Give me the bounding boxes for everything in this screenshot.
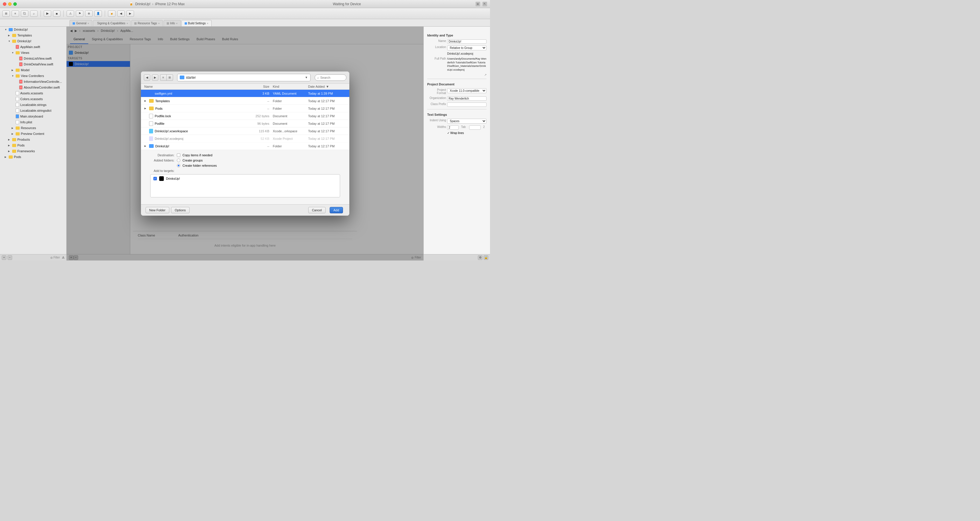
dialog-back-btn[interactable]: ◀ [144,74,150,81]
sidebar-item-model[interactable]: ▶ Model [0,67,66,73]
sidebar-item-drinksup-inner[interactable]: ▼ DrinksUp! [0,38,66,44]
cancel-button[interactable]: Cancel [308,207,326,213]
col-size[interactable]: Size [246,85,269,88]
content-area: ◀ ▶ › xcassets › DrinksUp! › AppMa... Ge… [67,27,423,260]
tab-close-xcodeproj[interactable]: × [207,22,208,25]
file-row-drinksup-folder[interactable]: ▶ DrinksUp! -- Folder Today at 12:17 PM [141,142,349,150]
sidebar-item-infovc[interactable]: S InformationViewControlle... [0,79,66,84]
file-row-pods-folder[interactable]: ▶ Pods -- Folder Today at 12:17 PM [141,105,349,112]
sidebar-item-viewcontrollers[interactable]: ▼ View Controllers [0,73,66,79]
tab-xcodeproj[interactable]: Build Settings × [181,20,212,26]
window-arrows-btn[interactable]: ⇱ [482,2,487,6]
dialog-search-box[interactable]: ⌕ [315,74,347,81]
add-button[interactable]: Add [330,207,343,213]
dialog-grid-view-btn[interactable]: ⊞ [167,74,173,81]
dialog-fwd-btn[interactable]: ▶ [152,74,158,81]
right-lock-btn[interactable]: 🔒 [484,255,488,260]
toolbar-nav-back[interactable]: ◀ [117,10,125,17]
options-button[interactable]: Options [171,207,189,213]
tab-assets[interactable]: Info × [164,20,181,26]
tab-close-info[interactable]: × [126,22,128,25]
sidebar-item-products[interactable]: ▶ Products [0,137,66,142]
create-folder-refs-radio[interactable] [177,164,180,167]
tab-info-controller[interactable]: Signing & Capabilities × [93,20,130,26]
sidebar-item-resources[interactable]: ▶ Resources [0,125,66,131]
dialog-folder-path[interactable]: starter ▼ [177,74,310,81]
target-checkbox-drinksup[interactable]: ✓ [153,177,157,180]
file-icon-xcodeproj [149,136,153,141]
sidebar-item-localizable-strings[interactable]: Localizable.strings [0,102,66,108]
class-prefix-input[interactable] [447,102,487,107]
toolbar-layers-btn[interactable]: ⊕ [85,10,92,17]
toolbar-grid-btn[interactable]: ⊞ [2,10,10,17]
toolbar-nav-fwd[interactable]: ▶ [126,10,134,17]
location-reveal-icon[interactable]: ↗ [484,73,487,76]
sidebar-item-main-storyboard[interactable]: Main.storyboard [0,113,66,119]
col-date[interactable]: Date Added ▼ [308,85,346,88]
sidebar-item-drinkslistview[interactable]: S DrinksListView.swift [0,56,66,61]
organization-input[interactable] [447,96,487,101]
dialog-list-view-btn[interactable]: ≡ [160,74,166,81]
indent-width-input[interactable] [469,125,481,130]
col-name[interactable]: Name [145,85,246,88]
folder-chevron-icon[interactable]: ▼ [305,76,308,79]
sidebar-item-localizable-stringsdict[interactable]: Localizable.stringsdict [0,108,66,113]
project-format-select[interactable]: Xcode 11.0-compatible [447,88,487,93]
file-row-templates[interactable]: ▶ Templates -- Folder Today at 12:17 PM [141,97,349,105]
file-row-swiftgen[interactable]: swiftgen.yml 3 KB YAML Document Today at… [141,90,349,97]
tab-width-input[interactable] [447,125,459,130]
create-groups-radio[interactable] [177,159,180,162]
file-row-xcodeproj[interactable]: DrinksUp!.xcodeproj 52 KB Xcode Project … [141,135,349,142]
close-button[interactable] [3,2,6,6]
toolbar-person-btn[interactable]: 👤 [94,10,102,17]
sidebar-item-drinksup-root[interactable]: ▼ DrinksUp! [0,27,66,32]
sidebar-item-pods-inner[interactable]: ▶ Pods [0,142,66,148]
sidebar-item-assets[interactable]: Assets.xcassets [0,90,66,96]
toolbar-scheme-btn[interactable]: 🍺 [108,10,116,17]
sidebar-item-drinkdetailview[interactable]: S DrinkDetailView.swift [0,61,66,67]
remove-file-button[interactable]: − [8,255,12,260]
file-icon-yaml [149,91,153,96]
right-settings-btn[interactable]: ⚙ [478,255,482,260]
toolbar-flag-btn[interactable]: ⚑ [76,10,83,17]
file-row-podfile[interactable]: Podfile 96 bytes Document Today at 12:17… [141,120,349,127]
sidebar-item-views[interactable]: ▼ Views [0,50,66,56]
indent-using-select[interactable]: Spaces [447,119,487,124]
toolbar-hierarchy-btn[interactable]: ⿻ [21,10,29,17]
add-file-button[interactable]: + [2,255,6,260]
file-row-workspace[interactable]: DrinksUp!.xcworkspace 115 KB Xcode...ork… [141,127,349,135]
maximize-button[interactable] [13,2,17,6]
sidebar-item-pods-root[interactable]: ▶ Pods [0,154,66,160]
folder-icon-vc [16,74,20,78]
window-tile-btn[interactable]: ⊞ [476,2,480,6]
sidebar-item-preview[interactable]: ▶ Preview Content [0,131,66,137]
file-icon-workspace [149,129,153,134]
disclosure-model: ▶ [11,69,14,72]
toolbar-search-btn[interactable]: ⌕ [30,10,38,17]
tab-main-storyboard[interactable]: General × [70,20,92,26]
sidebar-item-colors[interactable]: Colors.xcassets [0,96,66,102]
sidebar-item-frameworks[interactable]: ▶ Frameworks [0,148,66,154]
tab-fonts[interactable]: Resource Tags × [131,20,163,26]
tab-close-storyboard[interactable]: × [88,22,89,25]
name-input[interactable] [447,39,487,44]
new-folder-button[interactable]: New Folder [146,207,169,213]
file-row-podfile-lock[interactable]: Podfile.lock 252 bytes Document Today at… [141,112,349,120]
tab-close-fonts[interactable]: × [158,22,159,25]
indent-label-static: 2 [483,125,485,129]
minimize-button[interactable] [8,2,11,6]
run-button[interactable]: ▶ [44,10,51,17]
search-input[interactable] [320,76,344,79]
toolbar-warning-btn[interactable]: ⚠ [67,10,74,17]
stop-button[interactable]: ■ [53,10,60,17]
sidebar-item-appmain[interactable]: S AppMain.swift [0,44,66,50]
folder-icon-resources [16,126,20,130]
sidebar-item-templates[interactable]: ▶ Templates [0,32,66,38]
sidebar-item-info-plist[interactable]: Info.plist [0,119,66,125]
location-select[interactable]: Relative to Group [447,45,487,50]
toolbar-list-btn[interactable]: ≡ [11,10,19,17]
sidebar-item-aboutvc[interactable]: S AboutViewController.swift [0,84,66,90]
organization-label: Organization [427,96,446,100]
tab-close-assets[interactable]: × [176,22,177,25]
copy-items-checkbox[interactable] [177,153,180,157]
